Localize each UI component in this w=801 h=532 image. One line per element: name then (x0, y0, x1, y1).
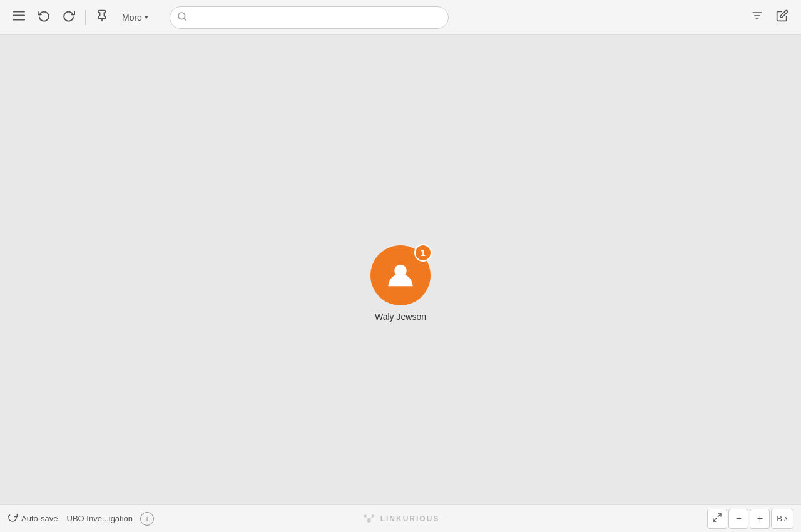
menu-button[interactable] (8, 6, 30, 29)
node-circle[interactable]: 1 (370, 245, 431, 305)
redo-icon (63, 9, 75, 25)
more-label: More (122, 13, 142, 23)
logo-icon (362, 511, 377, 526)
chevron-up-icon: ∧ (783, 515, 788, 522)
zoom-fit-label: B (777, 514, 782, 523)
graph-canvas[interactable]: 1 Waly Jewson (0, 35, 801, 532)
info-button[interactable]: i (140, 512, 154, 526)
badge-count: 1 (421, 248, 426, 258)
menu-icon (13, 11, 25, 24)
right-toolbar (746, 6, 793, 29)
node-badge: 1 (414, 244, 432, 262)
undo-button[interactable] (33, 6, 55, 29)
zoom-in-button[interactable]: + (750, 509, 770, 529)
zoom-fit-button[interactable]: B ∧ (771, 509, 793, 529)
chevron-down-icon: ▾ (145, 13, 148, 21)
svg-point-12 (371, 514, 374, 518)
autosave-label: Auto-save (21, 514, 58, 523)
svg-rect-1 (13, 15, 25, 17)
svg-line-13 (365, 517, 369, 518)
redo-button[interactable] (58, 6, 80, 29)
svg-line-14 (369, 517, 373, 518)
node-container: 1 Waly Jewson (370, 245, 431, 322)
filter-icon (751, 9, 763, 25)
investigation-name: UBO Inve...igation (67, 514, 133, 523)
svg-point-11 (364, 514, 367, 518)
autosave-icon (8, 513, 18, 524)
annotate-button[interactable] (91, 6, 113, 29)
more-button[interactable]: More ▾ (116, 9, 155, 26)
search-input[interactable] (170, 6, 449, 29)
pencil-icon (776, 9, 788, 25)
filter-button[interactable] (746, 6, 768, 29)
info-icon: i (146, 514, 148, 523)
linkurious-logo: LINKURIOUS (362, 511, 440, 526)
svg-rect-2 (13, 19, 25, 21)
pin-icon (96, 9, 108, 25)
svg-point-10 (367, 519, 371, 523)
top-toolbar: More ▾ (0, 0, 801, 35)
zoom-controls: − + B ∧ (707, 509, 793, 529)
node-label: Waly Jewson (375, 312, 426, 322)
zoom-out-button[interactable]: − (728, 509, 748, 529)
undo-icon (38, 9, 50, 25)
fullscreen-button[interactable] (707, 509, 727, 529)
svg-line-16 (713, 518, 717, 521)
zoom-out-icon: − (736, 513, 742, 524)
fullscreen-icon (712, 513, 722, 525)
bottom-bar: Auto-save UBO Inve...igation i LINKURIOU… (0, 504, 801, 532)
separator-1 (85, 10, 86, 25)
edit-button[interactable] (771, 6, 793, 29)
svg-rect-0 (13, 11, 25, 13)
logo-text: LINKURIOUS (380, 514, 440, 523)
person-icon (384, 259, 417, 292)
svg-line-15 (718, 514, 722, 517)
autosave-area: Auto-save UBO Inve...igation i (8, 512, 154, 526)
zoom-in-icon: + (757, 513, 763, 524)
search-container (170, 6, 449, 29)
